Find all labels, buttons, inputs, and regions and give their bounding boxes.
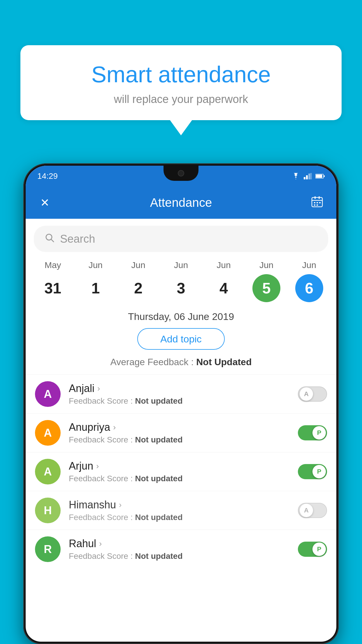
date-number: 4 — [210, 274, 238, 302]
student-name: Anjali › — [69, 382, 290, 395]
date-item[interactable]: Jun6 — [293, 260, 325, 302]
date-month: Jun — [302, 260, 316, 270]
chevron-icon: › — [96, 461, 99, 471]
chevron-icon: › — [119, 500, 122, 510]
toggle-wrap[interactable]: P — [298, 542, 327, 557]
toggle-thumb: P — [312, 426, 326, 440]
list-item[interactable]: HHimanshu ›Feedback Score : Not updatedA — [26, 491, 336, 530]
avg-feedback-value: Not Updated — [196, 357, 252, 367]
toggle-wrap[interactable]: A — [298, 503, 327, 518]
svg-rect-3 — [310, 173, 312, 179]
app-bar: ✕ Attendance — [26, 187, 336, 219]
avatar: R — [35, 536, 61, 562]
notch — [164, 166, 198, 181]
app-bar-title: Attendance — [54, 196, 308, 210]
date-month: May — [45, 260, 61, 270]
date-month: Jun — [259, 260, 273, 270]
svg-rect-0 — [304, 177, 305, 179]
feedback-score: Feedback Score : Not updated — [69, 513, 290, 522]
student-info: Anupriya ›Feedback Score : Not updated — [69, 421, 290, 444]
date-item[interactable]: Jun3 — [165, 260, 197, 302]
speech-bubble: Smart attendance will replace your paper… — [20, 45, 342, 120]
student-list: AAnjali ›Feedback Score : Not updatedAAA… — [26, 374, 336, 568]
toggle-wrap[interactable]: P — [298, 464, 327, 479]
date-month: Jun — [89, 260, 103, 270]
chevron-icon: › — [97, 384, 100, 393]
selected-date-label: Thursday, 06 June 2019 — [26, 311, 336, 322]
svg-rect-15 — [317, 204, 318, 206]
bubble-title: Smart attendance — [38, 61, 324, 88]
svg-line-17 — [51, 239, 54, 242]
close-icon[interactable]: ✕ — [36, 196, 54, 209]
avg-feedback-label: Average Feedback : — [110, 357, 194, 367]
toggle-thumb: A — [300, 504, 313, 517]
date-item[interactable]: Jun1 — [80, 260, 112, 302]
signal-icon — [304, 173, 312, 179]
svg-rect-12 — [317, 202, 318, 203]
svg-rect-2 — [308, 174, 310, 179]
date-number: 6 — [295, 274, 323, 302]
avatar: A — [35, 381, 61, 407]
list-item[interactable]: AArjun ›Feedback Score : Not updatedP — [26, 452, 336, 491]
attendance-toggle[interactable]: P — [298, 464, 327, 479]
date-month: Jun — [174, 260, 188, 270]
date-number: 3 — [167, 274, 195, 302]
search-icon — [44, 232, 55, 246]
bubble-subtitle: will replace your paperwork — [38, 93, 324, 106]
date-number: 31 — [39, 274, 67, 302]
phone-frame: 14:29 — [23, 163, 339, 644]
svg-rect-5 — [316, 175, 322, 178]
date-number: 5 — [252, 274, 280, 302]
date-strip: May31Jun1Jun2Jun3Jun4Jun5Jun6 — [26, 252, 336, 302]
status-bar: 14:29 — [26, 166, 336, 187]
status-icons — [291, 173, 325, 179]
avatar: A — [35, 420, 61, 446]
date-item[interactable]: Jun2 — [122, 260, 154, 302]
student-name: Himanshu › — [69, 499, 290, 511]
student-name: Rahul › — [69, 538, 290, 550]
toggle-thumb: A — [300, 387, 313, 401]
svg-rect-13 — [319, 202, 321, 203]
feedback-score: Feedback Score : Not updated — [69, 474, 290, 483]
avatar: A — [35, 459, 61, 484]
svg-rect-6 — [324, 175, 325, 177]
add-topic-button[interactable]: Add topic — [137, 328, 225, 350]
chevron-icon: › — [113, 423, 116, 432]
date-item[interactable]: May31 — [37, 260, 69, 302]
attendance-toggle[interactable]: A — [298, 503, 327, 518]
student-info: Anjali ›Feedback Score : Not updated — [69, 382, 290, 406]
svg-rect-14 — [314, 204, 315, 206]
date-item[interactable]: Jun4 — [208, 260, 240, 302]
svg-rect-10 — [319, 196, 320, 199]
date-number: 1 — [82, 274, 110, 302]
svg-rect-9 — [314, 196, 316, 199]
attendance-toggle[interactable]: P — [298, 542, 327, 557]
list-item[interactable]: AAnupriya ›Feedback Score : Not updatedP — [26, 413, 336, 452]
avatar: H — [35, 498, 61, 523]
toggle-thumb: P — [312, 465, 326, 478]
toggle-wrap[interactable]: P — [298, 425, 327, 440]
date-number: 2 — [124, 274, 152, 302]
date-month: Jun — [217, 260, 231, 270]
date-item[interactable]: Jun5 — [250, 260, 282, 302]
list-item[interactable]: AAnjali ›Feedback Score : Not updatedA — [26, 374, 336, 413]
battery-icon — [315, 174, 325, 179]
attendance-toggle[interactable]: P — [298, 425, 327, 440]
search-bar[interactable]: Search — [34, 226, 328, 252]
student-info: Rahul ›Feedback Score : Not updated — [69, 538, 290, 561]
feedback-score: Feedback Score : Not updated — [69, 396, 290, 406]
chevron-icon: › — [99, 539, 102, 548]
attendance-toggle[interactable]: A — [298, 386, 327, 402]
list-item[interactable]: RRahul ›Feedback Score : Not updatedP — [26, 530, 336, 568]
student-info: Arjun ›Feedback Score : Not updated — [69, 460, 290, 483]
svg-rect-11 — [314, 202, 315, 203]
student-name: Anupriya › — [69, 421, 290, 433]
feedback-score: Feedback Score : Not updated — [69, 435, 290, 444]
toggle-wrap[interactable]: A — [298, 386, 327, 402]
search-placeholder: Search — [60, 233, 95, 245]
avg-feedback: Average Feedback : Not Updated — [26, 357, 336, 368]
calendar-icon[interactable] — [308, 195, 326, 211]
date-month: Jun — [131, 260, 145, 270]
status-time: 14:29 — [37, 172, 58, 181]
student-name: Arjun › — [69, 460, 290, 472]
